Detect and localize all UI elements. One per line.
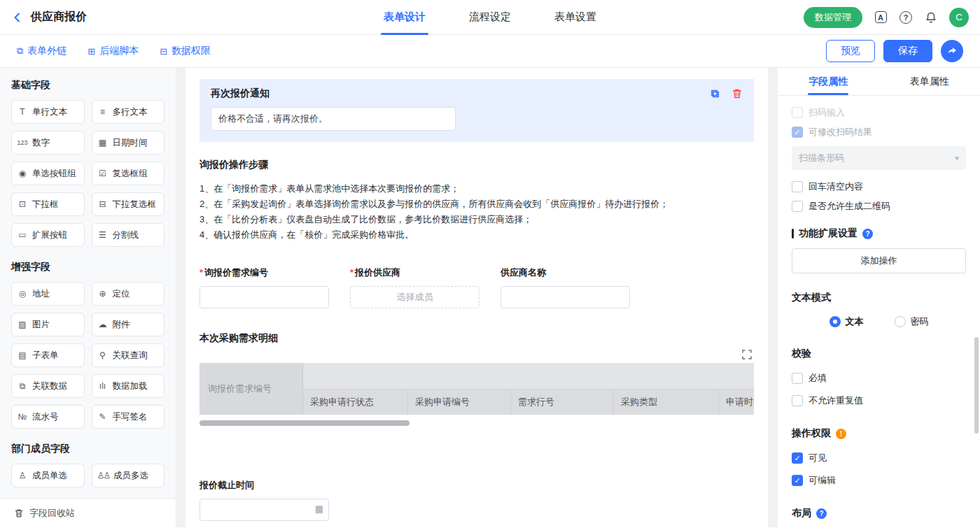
form-fields-row: *询报价需求编号 *报价供应商 选择成员 供应商名称 (200, 266, 754, 308)
back-icon[interactable] (11, 11, 24, 24)
field-item-single-line-text[interactable]: T单行文本 (11, 100, 85, 124)
field-item-label: 扩展按钮 (32, 229, 67, 241)
qr-allow-checkbox[interactable] (792, 201, 803, 212)
delete-field-icon[interactable] (732, 88, 743, 99)
enter-clear-row: 回车清空内容 (792, 177, 966, 197)
field-item-sub-form[interactable]: ▤子表单 (11, 343, 85, 367)
field-item-member-single[interactable]: ♙成员单选 (11, 464, 85, 487)
toolbar-links: ⧉ 表单外链 ⊞ 后端脚本 ⊟ 数据权限 (17, 45, 826, 57)
required-row: 必填 (792, 369, 966, 388)
permission-warning-icon[interactable]: ! (836, 429, 846, 439)
field-item-location[interactable]: ⊕定位 (92, 282, 165, 306)
field-item-multi-line-text[interactable]: ≡多行文本 (92, 100, 165, 124)
field-item-linked-data[interactable]: ⧉关联数据 (11, 374, 85, 398)
supplier-name-input[interactable] (500, 286, 630, 308)
translate-icon[interactable]: A (874, 10, 888, 24)
field-item-multi-select[interactable]: ⊟下拉复选框 (92, 192, 165, 216)
data-manage-button[interactable]: 数据管理 (804, 7, 862, 28)
quote-deadline-input[interactable] (200, 499, 329, 521)
no-duplicate-checkbox[interactable] (792, 395, 803, 406)
data-permission-label: 数据权限 (172, 45, 211, 57)
step-line-4: 4、确认报价供应商，在「核价」完成采购价格审批。 (200, 227, 754, 243)
add-action-button[interactable]: 添加操作 (792, 248, 966, 273)
notice-field-input[interactable] (211, 107, 456, 131)
field-item-attachment[interactable]: ☁附件 (92, 313, 165, 336)
field-item-label: 流水号 (32, 411, 59, 423)
radio-option-text[interactable]: 文本 (830, 315, 864, 328)
quote-deadline-label: 报价截止时间 (200, 479, 329, 492)
field-item-checkbox-group[interactable]: ☑复选框组 (92, 162, 165, 185)
tab-field-properties[interactable]: 字段属性 (778, 68, 879, 95)
linked-data-icon: ⧉ (17, 381, 28, 391)
image-icon: ▨ (17, 320, 28, 329)
supplier-name-label: 供应商名称 (500, 266, 630, 279)
field-item-divider[interactable]: ☰分割线 (92, 223, 165, 247)
scan-type-select[interactable]: 扫描条形码 ▾ (792, 146, 966, 170)
layout-help-icon[interactable]: ? (816, 508, 827, 519)
field-item-data-load[interactable]: ılı数据加载 (92, 374, 165, 398)
tab-form-properties[interactable]: 表单属性 (879, 68, 980, 95)
toolbar-actions: 预览 保存 (826, 40, 963, 62)
text-mode-title: 文本模式 (792, 292, 966, 304)
table-horizontal-scrollbar[interactable] (200, 420, 410, 426)
field-item-number[interactable]: 123数字 (11, 131, 85, 155)
copy-field-icon[interactable]: ⧉ (711, 87, 719, 100)
field-item-extend-button[interactable]: ▭扩展按钮 (11, 223, 85, 247)
single-line-text-icon: T (17, 107, 28, 117)
table-col-apply-number: 采购申请编号 (407, 390, 510, 415)
fullscreen-expand-icon[interactable] (741, 349, 752, 360)
required-checkbox[interactable] (792, 373, 803, 384)
tab-flow-setting[interactable]: 流程设定 (466, 0, 514, 35)
purchase-detail-table[interactable]: 询报价需求编号 采购申请行状态 采购申请编号 需求行号 采购类型 申请时间 (200, 363, 754, 415)
preview-button[interactable]: 预览 (826, 40, 875, 62)
tab-form-design[interactable]: 表单设计 (381, 0, 428, 35)
form-external-link[interactable]: ⧉ 表单外链 (17, 45, 66, 57)
inquiry-number-input[interactable] (200, 286, 329, 308)
extension-help-icon[interactable]: ? (862, 229, 873, 239)
validation-rows: 必填 不允许重复值 (792, 369, 966, 411)
form-toolbar: ⧉ 表单外链 ⊞ 后端脚本 ⊟ 数据权限 预览 保存 (0, 35, 980, 68)
share-button[interactable] (941, 40, 963, 62)
radio-option-password[interactable]: 密码 (895, 315, 929, 328)
editable-checkbox[interactable] (792, 475, 803, 486)
field-quote-deadline[interactable]: 报价截止时间 ▦ (200, 479, 329, 521)
field-item-datetime[interactable]: ▦日期时间 (92, 131, 165, 155)
no-duplicate-label: 不允许重复值 (808, 394, 863, 407)
avatar[interactable]: C (949, 8, 969, 27)
data-permission-link[interactable]: ⊟ 数据权限 (160, 45, 211, 57)
visible-row: 可见 (792, 448, 966, 468)
field-item-image[interactable]: ▨图片 (11, 313, 85, 336)
divider-icon: ☰ (97, 230, 108, 240)
panel-scrollbar[interactable] (974, 337, 979, 434)
field-item-select[interactable]: ⊡下拉框 (11, 192, 85, 216)
inquiry-number-label: *询报价需求编号 (200, 266, 329, 279)
field-item-signature[interactable]: ✎手写签名 (92, 405, 165, 429)
visible-checkbox[interactable] (792, 452, 803, 464)
field-item-linked-query[interactable]: ⚲关联查询 (92, 343, 165, 367)
help-icon[interactable]: ? (899, 10, 913, 24)
scan-input-row: 扫码输入 (792, 103, 966, 122)
field-item-radio-group[interactable]: ◉单选按钮组 (11, 162, 85, 185)
field-supplier-name[interactable]: 供应商名称 (500, 266, 630, 308)
enter-clear-checkbox[interactable] (792, 181, 803, 192)
field-item-serial-number[interactable]: №流水号 (11, 405, 85, 429)
backend-script-link[interactable]: ⊞ 后端脚本 (88, 45, 139, 57)
save-button[interactable]: 保存 (883, 40, 932, 62)
field-item-member-multi[interactable]: ♙♙成员多选 (92, 464, 165, 487)
field-inquiry-number[interactable]: *询报价需求编号 (200, 266, 329, 308)
field-item-label: 成员多选 (113, 470, 148, 482)
field-quote-supplier[interactable]: *报价供应商 选择成员 (350, 266, 479, 308)
table-col-purchase-type: 采购类型 (613, 390, 718, 415)
tab-form-setting[interactable]: 表单设置 (552, 0, 599, 35)
field-item-label: 地址 (32, 288, 50, 300)
scan-result-checkbox[interactable] (792, 127, 803, 138)
multi-select-icon: ⊟ (97, 199, 108, 209)
field-item-address[interactable]: ◎地址 (11, 282, 85, 306)
datetime-icon: ▦ (97, 138, 108, 148)
quote-supplier-select[interactable]: 选择成员 (350, 286, 479, 308)
selected-field-notice[interactable]: 再次报价通知 ⧉ (200, 79, 754, 142)
scan-input-checkbox[interactable] (792, 107, 803, 118)
field-item-label: 关联数据 (32, 380, 67, 392)
field-recycle-bin[interactable]: 字段回收站 (0, 498, 176, 527)
bell-icon[interactable] (924, 10, 938, 24)
